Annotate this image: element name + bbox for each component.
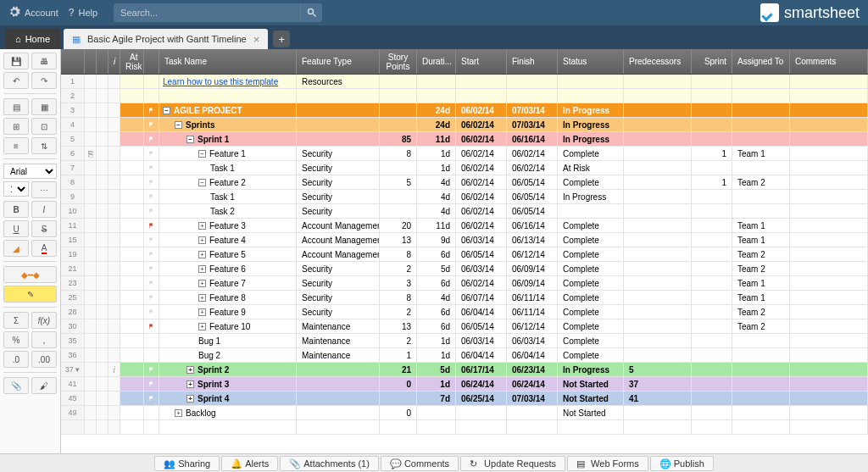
info-cell[interactable]	[108, 75, 120, 88]
comments-cell[interactable]	[790, 334, 868, 347]
gantt-view-icon[interactable]: ▤	[3, 98, 29, 115]
task-cell[interactable]: +Sprint 2	[159, 363, 297, 376]
publish-button[interactable]: 🌐Publish	[650, 456, 714, 471]
story-cell[interactable]	[380, 391, 417, 405]
at-risk-cell[interactable]	[120, 233, 144, 247]
duration-cell[interactable]: 6d	[417, 247, 456, 261]
start-cell[interactable]: 06/02/14	[456, 147, 507, 160]
flag-cell[interactable]	[144, 377, 159, 391]
status-cell[interactable]	[558, 75, 624, 88]
duration-cell[interactable]: 1d	[417, 334, 456, 347]
info-cell[interactable]	[108, 161, 120, 175]
help-link[interactable]: Help	[78, 8, 97, 18]
task-cell[interactable]: +Feature 10	[159, 319, 297, 333]
attach-cell[interactable]	[85, 420, 97, 434]
assigned-cell[interactable]: Team 2	[732, 319, 790, 333]
italic-icon[interactable]: I	[31, 201, 57, 218]
row-number[interactable]: 35	[61, 334, 85, 347]
start-cell[interactable]: 06/02/14	[456, 190, 507, 203]
attach-cell[interactable]	[85, 406, 97, 419]
table-row[interactable]: 1Learn how to use this templateResources	[61, 75, 868, 89]
fx-icon[interactable]: f(x)	[31, 312, 57, 329]
comment-cell[interactable]	[97, 319, 108, 333]
sprint-cell[interactable]	[692, 118, 732, 131]
row-number[interactable]: 2	[61, 89, 85, 103]
start-cell[interactable]: 06/25/14	[456, 391, 507, 405]
table-row[interactable]: 3−AGILE PROJECT24d06/02/1407/03/14In Pro…	[61, 103, 868, 118]
feature-cell[interactable]: Maintenance	[297, 319, 380, 333]
story-cell[interactable]: 20	[380, 219, 417, 232]
flag-cell[interactable]	[144, 305, 159, 319]
pred-cell[interactable]: 5	[624, 363, 692, 376]
flag-cell[interactable]	[144, 363, 159, 376]
at-risk-cell[interactable]	[120, 118, 144, 131]
comments-cell[interactable]	[790, 276, 868, 290]
story-cell[interactable]	[380, 103, 417, 117]
comments-cell[interactable]	[790, 89, 868, 103]
finish-cell[interactable]: 06/09/14	[507, 262, 558, 275]
bold-icon[interactable]: B	[3, 201, 29, 218]
assigned-header[interactable]: Assigned To	[732, 49, 790, 74]
task-cell[interactable]: −Feature 1	[159, 147, 297, 160]
row-number[interactable]: 36	[61, 348, 85, 362]
start-cell[interactable]	[456, 89, 507, 103]
duration-cell[interactable]: 24d	[417, 103, 456, 117]
assigned-cell[interactable]	[732, 118, 790, 131]
attachments-button[interactable]: 📎Attachments (1)	[280, 456, 379, 471]
row-number[interactable]: 19	[61, 247, 85, 261]
font-size-select[interactable]: 10	[3, 181, 29, 197]
assigned-cell[interactable]	[732, 406, 790, 419]
start-cell[interactable]: 06/02/14	[456, 276, 507, 290]
status-cell[interactable]: Complete	[558, 291, 624, 304]
duration-cell[interactable]	[417, 420, 456, 434]
at-risk-cell[interactable]	[120, 291, 144, 304]
redo-icon[interactable]: ↷	[31, 72, 57, 89]
sprint-cell[interactable]: 1	[692, 175, 732, 189]
sprint-cell[interactable]	[692, 391, 732, 405]
row-number[interactable]: 5	[61, 132, 85, 146]
assigned-cell[interactable]: Team 1	[732, 233, 790, 247]
attach-cell[interactable]	[85, 75, 97, 88]
attach-cell[interactable]	[85, 103, 97, 117]
pred-cell[interactable]	[624, 132, 692, 146]
assigned-cell[interactable]: Team 1	[732, 291, 790, 304]
formula-icon[interactable]: Σ	[3, 312, 29, 329]
info-cell[interactable]	[108, 420, 120, 434]
sprint-cell[interactable]	[692, 363, 732, 376]
table-row[interactable]: 21+Feature 6Security25d06/03/1406/09/14C…	[61, 262, 868, 276]
feature-cell[interactable]	[297, 89, 380, 103]
at-risk-cell[interactable]	[120, 377, 144, 391]
task-cell[interactable]: +Feature 6	[159, 262, 297, 275]
expand-toggle[interactable]: +	[198, 280, 206, 287]
task-cell[interactable]: Task 1	[159, 161, 297, 175]
attach-cell[interactable]	[85, 118, 97, 131]
feature-cell[interactable]	[297, 391, 380, 405]
feature-cell[interactable]: Security	[297, 161, 380, 175]
comments-button[interactable]: 💬Comments	[381, 456, 459, 471]
assigned-cell[interactable]: Team 1	[732, 219, 790, 232]
assigned-cell[interactable]	[732, 363, 790, 376]
comments-cell[interactable]	[790, 377, 868, 391]
comments-cell[interactable]	[790, 204, 868, 218]
sharing-button[interactable]: 👥Sharing	[154, 456, 220, 471]
feature-cell[interactable]: Account Managemen	[297, 233, 380, 247]
story-cell[interactable]: 8	[380, 291, 417, 304]
comment-col-header[interactable]	[97, 49, 108, 74]
at-risk-cell[interactable]	[120, 262, 144, 275]
expand-toggle[interactable]: +	[198, 236, 206, 244]
start-header[interactable]: Start	[456, 49, 507, 74]
pred-header[interactable]: Predecessors	[624, 49, 692, 74]
feature-cell[interactable]	[297, 363, 380, 376]
feature-cell[interactable]: Account Managemen	[297, 247, 380, 261]
status-cell[interactable]: Complete	[558, 219, 624, 232]
assigned-cell[interactable]	[732, 348, 790, 362]
info-cell[interactable]	[108, 132, 120, 146]
status-header[interactable]: Status	[558, 49, 624, 74]
expand-toggle[interactable]: +	[198, 323, 206, 330]
story-cell[interactable]	[380, 89, 417, 103]
sprint-cell[interactable]	[692, 319, 732, 333]
pred-cell[interactable]	[624, 291, 692, 304]
attach-cell[interactable]	[85, 132, 97, 146]
attach-cell[interactable]	[85, 377, 97, 391]
story-cell[interactable]	[380, 161, 417, 175]
